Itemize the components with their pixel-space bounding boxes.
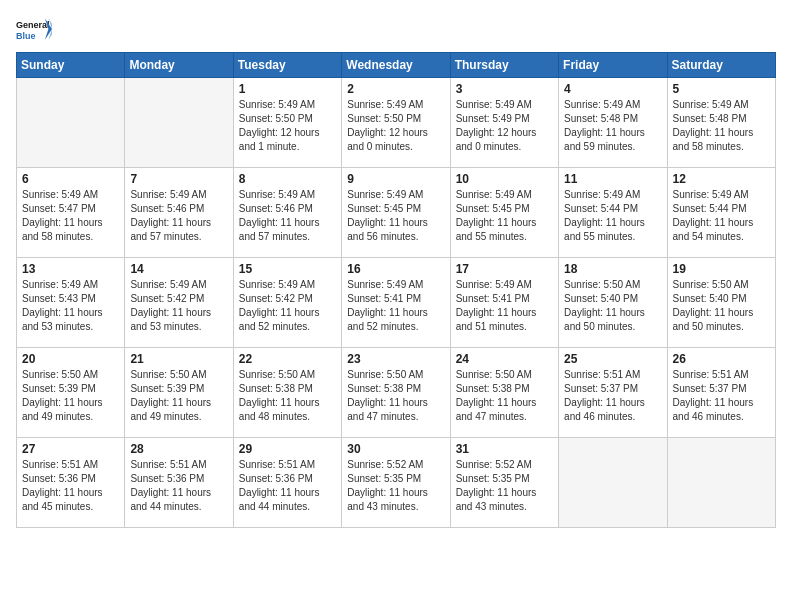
day-info: Sunrise: 5:51 AM Sunset: 5:36 PM Dayligh… [130, 458, 227, 514]
calendar-cell: 25Sunrise: 5:51 AM Sunset: 5:37 PM Dayli… [559, 348, 667, 438]
day-info: Sunrise: 5:49 AM Sunset: 5:43 PM Dayligh… [22, 278, 119, 334]
calendar-cell: 10Sunrise: 5:49 AM Sunset: 5:45 PM Dayli… [450, 168, 558, 258]
day-info: Sunrise: 5:49 AM Sunset: 5:44 PM Dayligh… [564, 188, 661, 244]
weekday-header-friday: Friday [559, 53, 667, 78]
day-info: Sunrise: 5:49 AM Sunset: 5:46 PM Dayligh… [130, 188, 227, 244]
calendar-cell [667, 438, 775, 528]
weekday-header-saturday: Saturday [667, 53, 775, 78]
weekday-header-monday: Monday [125, 53, 233, 78]
calendar-cell: 23Sunrise: 5:50 AM Sunset: 5:38 PM Dayli… [342, 348, 450, 438]
calendar-cell: 28Sunrise: 5:51 AM Sunset: 5:36 PM Dayli… [125, 438, 233, 528]
day-number: 30 [347, 442, 444, 456]
day-number: 16 [347, 262, 444, 276]
calendar-week-2: 6Sunrise: 5:49 AM Sunset: 5:47 PM Daylig… [17, 168, 776, 258]
calendar-cell: 30Sunrise: 5:52 AM Sunset: 5:35 PM Dayli… [342, 438, 450, 528]
day-number: 26 [673, 352, 770, 366]
calendar-cell: 21Sunrise: 5:50 AM Sunset: 5:39 PM Dayli… [125, 348, 233, 438]
day-info: Sunrise: 5:49 AM Sunset: 5:48 PM Dayligh… [673, 98, 770, 154]
day-info: Sunrise: 5:49 AM Sunset: 5:46 PM Dayligh… [239, 188, 336, 244]
day-number: 2 [347, 82, 444, 96]
day-number: 23 [347, 352, 444, 366]
day-number: 31 [456, 442, 553, 456]
calendar-cell: 5Sunrise: 5:49 AM Sunset: 5:48 PM Daylig… [667, 78, 775, 168]
calendar-cell: 14Sunrise: 5:49 AM Sunset: 5:42 PM Dayli… [125, 258, 233, 348]
day-number: 8 [239, 172, 336, 186]
calendar-cell: 18Sunrise: 5:50 AM Sunset: 5:40 PM Dayli… [559, 258, 667, 348]
day-number: 22 [239, 352, 336, 366]
day-number: 12 [673, 172, 770, 186]
day-number: 28 [130, 442, 227, 456]
calendar-cell [125, 78, 233, 168]
svg-text:Blue: Blue [16, 31, 36, 41]
calendar-table: SundayMondayTuesdayWednesdayThursdayFrid… [16, 52, 776, 528]
weekday-header-wednesday: Wednesday [342, 53, 450, 78]
day-info: Sunrise: 5:49 AM Sunset: 5:44 PM Dayligh… [673, 188, 770, 244]
day-number: 19 [673, 262, 770, 276]
calendar-week-4: 20Sunrise: 5:50 AM Sunset: 5:39 PM Dayli… [17, 348, 776, 438]
calendar-week-5: 27Sunrise: 5:51 AM Sunset: 5:36 PM Dayli… [17, 438, 776, 528]
calendar-cell: 3Sunrise: 5:49 AM Sunset: 5:49 PM Daylig… [450, 78, 558, 168]
day-info: Sunrise: 5:52 AM Sunset: 5:35 PM Dayligh… [456, 458, 553, 514]
day-info: Sunrise: 5:52 AM Sunset: 5:35 PM Dayligh… [347, 458, 444, 514]
day-number: 18 [564, 262, 661, 276]
day-info: Sunrise: 5:49 AM Sunset: 5:50 PM Dayligh… [239, 98, 336, 154]
calendar-cell: 6Sunrise: 5:49 AM Sunset: 5:47 PM Daylig… [17, 168, 125, 258]
calendar-cell: 15Sunrise: 5:49 AM Sunset: 5:42 PM Dayli… [233, 258, 341, 348]
calendar-cell [17, 78, 125, 168]
calendar-cell: 2Sunrise: 5:49 AM Sunset: 5:50 PM Daylig… [342, 78, 450, 168]
day-number: 3 [456, 82, 553, 96]
day-number: 29 [239, 442, 336, 456]
weekday-header-thursday: Thursday [450, 53, 558, 78]
day-info: Sunrise: 5:50 AM Sunset: 5:40 PM Dayligh… [564, 278, 661, 334]
calendar-cell: 20Sunrise: 5:50 AM Sunset: 5:39 PM Dayli… [17, 348, 125, 438]
day-number: 13 [22, 262, 119, 276]
calendar-week-3: 13Sunrise: 5:49 AM Sunset: 5:43 PM Dayli… [17, 258, 776, 348]
calendar-cell: 4Sunrise: 5:49 AM Sunset: 5:48 PM Daylig… [559, 78, 667, 168]
day-number: 4 [564, 82, 661, 96]
day-number: 27 [22, 442, 119, 456]
day-number: 14 [130, 262, 227, 276]
day-info: Sunrise: 5:50 AM Sunset: 5:39 PM Dayligh… [130, 368, 227, 424]
day-info: Sunrise: 5:50 AM Sunset: 5:39 PM Dayligh… [22, 368, 119, 424]
calendar-week-1: 1Sunrise: 5:49 AM Sunset: 5:50 PM Daylig… [17, 78, 776, 168]
calendar-cell: 26Sunrise: 5:51 AM Sunset: 5:37 PM Dayli… [667, 348, 775, 438]
day-info: Sunrise: 5:49 AM Sunset: 5:45 PM Dayligh… [347, 188, 444, 244]
day-info: Sunrise: 5:50 AM Sunset: 5:38 PM Dayligh… [239, 368, 336, 424]
day-info: Sunrise: 5:49 AM Sunset: 5:50 PM Dayligh… [347, 98, 444, 154]
calendar-cell: 31Sunrise: 5:52 AM Sunset: 5:35 PM Dayli… [450, 438, 558, 528]
calendar-cell: 19Sunrise: 5:50 AM Sunset: 5:40 PM Dayli… [667, 258, 775, 348]
day-number: 6 [22, 172, 119, 186]
day-number: 20 [22, 352, 119, 366]
day-number: 11 [564, 172, 661, 186]
day-info: Sunrise: 5:49 AM Sunset: 5:48 PM Dayligh… [564, 98, 661, 154]
calendar-cell: 27Sunrise: 5:51 AM Sunset: 5:36 PM Dayli… [17, 438, 125, 528]
day-info: Sunrise: 5:51 AM Sunset: 5:37 PM Dayligh… [564, 368, 661, 424]
day-number: 1 [239, 82, 336, 96]
svg-text:General: General [16, 20, 50, 30]
day-info: Sunrise: 5:51 AM Sunset: 5:37 PM Dayligh… [673, 368, 770, 424]
calendar-cell: 9Sunrise: 5:49 AM Sunset: 5:45 PM Daylig… [342, 168, 450, 258]
day-number: 9 [347, 172, 444, 186]
page-header: GeneralBlue [16, 16, 776, 44]
day-number: 21 [130, 352, 227, 366]
calendar-cell: 29Sunrise: 5:51 AM Sunset: 5:36 PM Dayli… [233, 438, 341, 528]
day-info: Sunrise: 5:51 AM Sunset: 5:36 PM Dayligh… [22, 458, 119, 514]
logo: GeneralBlue [16, 16, 52, 44]
calendar-cell: 24Sunrise: 5:50 AM Sunset: 5:38 PM Dayli… [450, 348, 558, 438]
day-info: Sunrise: 5:49 AM Sunset: 5:41 PM Dayligh… [456, 278, 553, 334]
weekday-header-sunday: Sunday [17, 53, 125, 78]
day-number: 5 [673, 82, 770, 96]
day-info: Sunrise: 5:49 AM Sunset: 5:42 PM Dayligh… [239, 278, 336, 334]
day-info: Sunrise: 5:49 AM Sunset: 5:41 PM Dayligh… [347, 278, 444, 334]
day-info: Sunrise: 5:49 AM Sunset: 5:49 PM Dayligh… [456, 98, 553, 154]
day-number: 15 [239, 262, 336, 276]
calendar-cell: 17Sunrise: 5:49 AM Sunset: 5:41 PM Dayli… [450, 258, 558, 348]
calendar-cell [559, 438, 667, 528]
calendar-cell: 11Sunrise: 5:49 AM Sunset: 5:44 PM Dayli… [559, 168, 667, 258]
day-info: Sunrise: 5:50 AM Sunset: 5:40 PM Dayligh… [673, 278, 770, 334]
day-info: Sunrise: 5:50 AM Sunset: 5:38 PM Dayligh… [456, 368, 553, 424]
day-number: 7 [130, 172, 227, 186]
day-number: 25 [564, 352, 661, 366]
calendar-cell: 22Sunrise: 5:50 AM Sunset: 5:38 PM Dayli… [233, 348, 341, 438]
day-info: Sunrise: 5:49 AM Sunset: 5:45 PM Dayligh… [456, 188, 553, 244]
